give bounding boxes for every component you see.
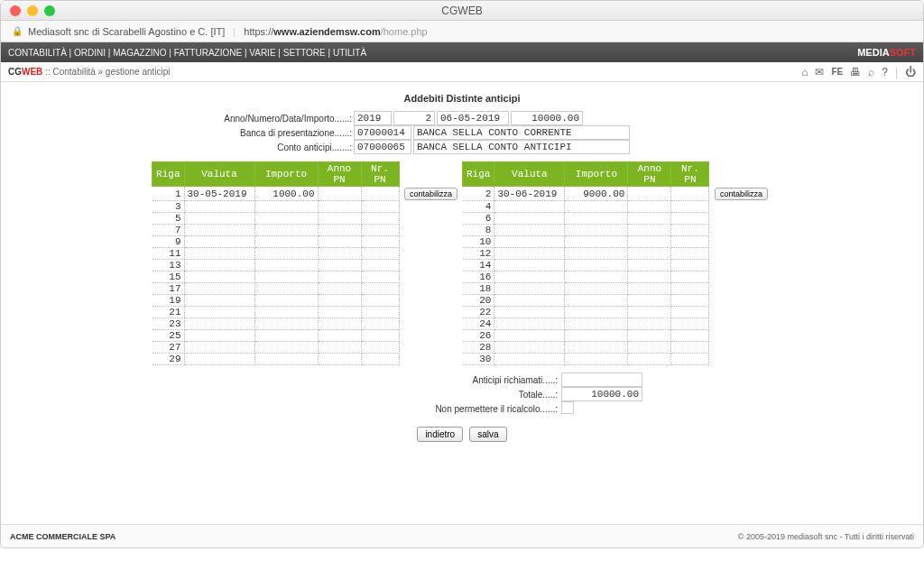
cell-valuta[interactable] <box>184 260 254 271</box>
cell-valuta[interactable] <box>184 225 254 236</box>
cell-riga: 17 <box>152 283 184 295</box>
cell-importo[interactable] <box>254 283 318 295</box>
cell-valuta[interactable] <box>494 354 565 365</box>
mail-icon[interactable]: ✉ <box>815 66 824 78</box>
contabilizza-button[interactable]: contabilizza <box>404 188 457 200</box>
cell-importo[interactable] <box>565 318 628 330</box>
cell-valuta[interactable] <box>184 307 254 318</box>
nav-utilita[interactable]: UTILITÀ <box>333 48 366 58</box>
field-data[interactable]: 06-05-2019 <box>437 111 509 125</box>
nav-ordini[interactable]: ORDINI <box>74 48 106 58</box>
contabilizza-button[interactable]: contabilizza <box>715 188 768 200</box>
cell-riga: 14 <box>463 260 494 271</box>
search-icon[interactable]: ⌕ <box>868 66 874 78</box>
cell-riga: 9 <box>152 236 184 248</box>
cell-valuta[interactable] <box>184 201 254 213</box>
field-banca-cod[interactable]: 07000014 <box>354 125 411 140</box>
cell-importo[interactable]: 1000.00 <box>254 187 318 201</box>
home-icon[interactable]: ⌂ <box>801 66 808 78</box>
print-icon[interactable]: 🖶 <box>850 66 861 78</box>
cell-importo[interactable] <box>565 342 628 354</box>
cell-valuta[interactable] <box>494 307 565 318</box>
label-conto: Conto anticipi.......: <box>182 143 354 152</box>
cell-valuta[interactable] <box>494 225 565 236</box>
cell-annopn <box>628 201 671 213</box>
cell-nrpn <box>361 283 399 295</box>
cell-valuta[interactable] <box>494 201 565 213</box>
cell-valuta[interactable] <box>184 330 254 342</box>
cell-annopn <box>628 271 671 283</box>
cell-importo[interactable] <box>254 307 318 318</box>
cell-nrpn <box>361 330 399 342</box>
cell-importo[interactable] <box>254 330 318 342</box>
cell-valuta[interactable] <box>494 248 565 260</box>
cell-importo[interactable] <box>254 354 318 365</box>
nav-contabilita[interactable]: CONTABILITÀ <box>8 48 67 58</box>
cell-importo[interactable] <box>565 248 628 260</box>
cell-importo[interactable] <box>565 354 628 365</box>
cell-valuta[interactable] <box>494 295 565 307</box>
cell-importo[interactable] <box>254 271 318 283</box>
cell-importo[interactable] <box>254 260 318 271</box>
cell-importo[interactable] <box>565 260 628 271</box>
table-row: 21 <box>152 307 462 318</box>
salva-button[interactable]: salva <box>469 427 506 442</box>
cell-valuta[interactable] <box>494 260 565 271</box>
cell-valuta[interactable]: 30-06-2019 <box>494 187 565 201</box>
power-icon[interactable]: ⏻ <box>905 66 916 78</box>
cell-importo[interactable] <box>565 225 628 236</box>
cell-importo[interactable] <box>565 271 628 283</box>
cell-importo[interactable] <box>565 236 628 248</box>
nav-magazzino[interactable]: MAGAZZINO <box>113 48 166 58</box>
indietro-button[interactable]: indietro <box>417 427 463 442</box>
cell-importo[interactable] <box>565 295 628 307</box>
field-anno[interactable]: 2019 <box>354 111 392 125</box>
nav-settore[interactable]: SETTORE <box>283 48 326 58</box>
cell-valuta[interactable] <box>494 213 565 225</box>
cell-importo[interactable] <box>254 201 318 213</box>
cell-valuta[interactable] <box>494 283 565 295</box>
cell-valuta[interactable] <box>494 318 565 330</box>
cell-importo[interactable] <box>254 225 318 236</box>
cell-importo[interactable] <box>565 307 628 318</box>
cell-importo[interactable] <box>565 330 628 342</box>
field-numero[interactable]: 2 <box>393 111 435 125</box>
cell-importo[interactable] <box>254 248 318 260</box>
cell-importo[interactable] <box>254 342 318 354</box>
nav-varie[interactable]: VARIE <box>249 48 275 58</box>
cell-valuta[interactable] <box>184 236 254 248</box>
field-conto-cod[interactable]: 07000065 <box>354 140 411 154</box>
cell-valuta[interactable] <box>184 318 254 330</box>
checkbox-ricalcolo[interactable] <box>561 401 574 414</box>
cell-valuta[interactable]: 30-05-2019 <box>184 187 254 201</box>
cell-valuta[interactable] <box>494 271 565 283</box>
cell-importo[interactable] <box>254 213 318 225</box>
cell-importo[interactable]: 9000.00 <box>565 187 628 201</box>
cell-valuta[interactable] <box>494 330 565 342</box>
cell-nrpn <box>671 236 709 248</box>
cell-annopn <box>318 187 361 201</box>
cell-annopn <box>628 236 671 248</box>
cell-valuta[interactable] <box>494 236 565 248</box>
cell-importo[interactable] <box>565 213 628 225</box>
table-row: 24 <box>463 318 772 330</box>
cell-importo[interactable] <box>254 236 318 248</box>
cell-valuta[interactable] <box>184 354 254 365</box>
table-row: 6 <box>463 213 772 225</box>
help-icon[interactable]: ? <box>882 66 888 78</box>
nav-fatturazione[interactable]: FATTURAZIONE <box>174 48 242 58</box>
fe-button[interactable]: FE <box>831 67 843 77</box>
cell-valuta[interactable] <box>494 342 565 354</box>
cell-valuta[interactable] <box>184 295 254 307</box>
cell-valuta[interactable] <box>184 342 254 354</box>
th-importo: Importo <box>565 162 628 187</box>
cell-valuta[interactable] <box>184 248 254 260</box>
cell-importo[interactable] <box>565 201 628 213</box>
cell-importo[interactable] <box>254 318 318 330</box>
cell-importo[interactable] <box>565 283 628 295</box>
cell-valuta[interactable] <box>184 213 254 225</box>
field-importo[interactable]: 10000.00 <box>511 111 583 125</box>
cell-valuta[interactable] <box>184 283 254 295</box>
cell-valuta[interactable] <box>184 271 254 283</box>
cell-importo[interactable] <box>254 295 318 307</box>
